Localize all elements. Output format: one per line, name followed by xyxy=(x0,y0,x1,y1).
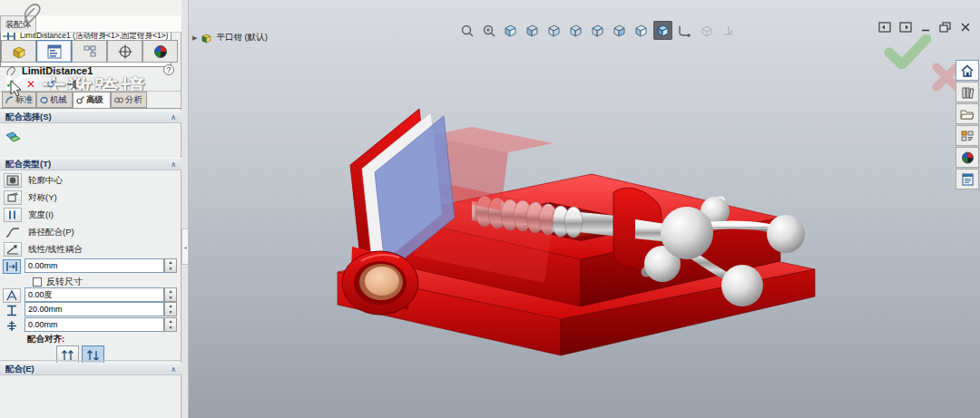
minimum-value-icon xyxy=(3,318,21,333)
view-orientation-left-button[interactable] xyxy=(544,21,564,40)
zoom-to-fit-button[interactable] xyxy=(457,21,476,40)
mate-type-label: 线性/线性耦合 xyxy=(28,244,83,256)
view-cube-icon xyxy=(633,23,649,38)
expand-arrow-icon[interactable]: ▶ xyxy=(192,34,197,42)
restore-button[interactable] xyxy=(939,22,952,33)
undo-button[interactable]: ↺ xyxy=(46,78,55,91)
view-orientation-front-button[interactable] xyxy=(501,21,520,40)
spin-up-icon[interactable]: ▲ xyxy=(169,259,173,266)
tab-property-manager[interactable] xyxy=(36,40,72,63)
max-distance-spinner[interactable]: ▲ ▼ xyxy=(164,302,177,316)
close-button[interactable] xyxy=(960,22,971,33)
mates-header[interactable]: 配合(E) ∧ xyxy=(0,363,181,375)
view-orientation-top-button[interactable] xyxy=(588,21,607,40)
tab-feature-manager[interactable] xyxy=(1,40,36,63)
cancel-button[interactable]: ✕ xyxy=(26,78,35,91)
view-orientation-back-button[interactable] xyxy=(523,21,542,40)
view-orientation-right-button[interactable] xyxy=(566,21,585,40)
spin-up-icon[interactable]: ▲ xyxy=(169,288,173,295)
spin-down-icon[interactable]: ▼ xyxy=(169,309,173,316)
custom-properties-icon xyxy=(961,173,975,186)
mate-type-linear-coupler[interactable]: 线性/线性耦合 xyxy=(4,241,178,258)
task-pane-design-library-tab[interactable] xyxy=(956,82,979,102)
minimize-button[interactable] xyxy=(920,22,931,33)
distance-input[interactable] xyxy=(24,258,164,273)
pin-button[interactable] xyxy=(66,79,79,90)
property-title: LimitDistance1 xyxy=(22,65,93,76)
spin-down-icon[interactable]: ▼ xyxy=(169,325,173,331)
pane-right-button[interactable] xyxy=(899,22,912,33)
property-actions: ✓ ✕ ↺ xyxy=(5,77,176,91)
restore-icon xyxy=(939,22,952,33)
task-pane-appearances-tab[interactable] xyxy=(956,147,979,168)
zoom-to-area-button[interactable] xyxy=(479,21,498,40)
task-pane-view-palette-tab[interactable] xyxy=(956,125,979,146)
spin-up-icon[interactable]: ▲ xyxy=(169,303,173,309)
tab-mechanical-mates[interactable]: 机械 xyxy=(36,92,73,108)
distance-spinner[interactable]: ▲ ▼ xyxy=(164,258,177,273)
flip-dimension-checkbox[interactable] xyxy=(33,277,42,287)
model-canvas[interactable] xyxy=(189,0,980,418)
hidden-tool-icon[interactable] xyxy=(719,21,738,40)
tree-node-label[interactable]: 平口钳 (默认) xyxy=(216,32,267,44)
ghost-axis-icon xyxy=(721,24,736,37)
view-orientation-bottom-button[interactable] xyxy=(610,21,629,40)
mate-selections-header[interactable]: 配合选择(S) ∧ xyxy=(0,111,181,123)
divider xyxy=(0,108,181,109)
flyout-feature-tree[interactable]: ▶ 平口钳 (默认) xyxy=(192,32,268,44)
design-library-icon xyxy=(961,86,975,99)
collapse-icon: ∧ xyxy=(171,160,176,169)
mate-type-width[interactable]: 宽度(I) xyxy=(4,207,178,223)
task-pane-home-tab[interactable] xyxy=(956,60,979,81)
spin-down-icon[interactable]: ▼ xyxy=(169,266,173,272)
configuration-manager-icon xyxy=(82,44,98,59)
graphics-area[interactable]: ▶ 平口钳 (默认) xyxy=(189,0,980,418)
copper-pin[interactable] xyxy=(365,267,399,296)
min-distance-input[interactable] xyxy=(24,317,164,332)
shaded-view-button[interactable] xyxy=(653,21,672,40)
confirm-ok-button[interactable] xyxy=(884,34,931,69)
view-cube-icon xyxy=(524,23,540,38)
limit-angle-icon[interactable] xyxy=(3,288,21,303)
flip-dimension-row[interactable]: 反转尺寸 xyxy=(33,276,178,288)
close-icon xyxy=(960,22,971,33)
mate-type-profile-center[interactable]: 轮廓中心 xyxy=(4,172,178,189)
view-settings-button[interactable] xyxy=(675,21,694,40)
min-distance-row: ▲ ▼ xyxy=(3,317,179,334)
mate-type-path[interactable]: 路径配合(P) xyxy=(4,224,178,240)
selection-faces-icon xyxy=(5,131,22,145)
view-palette-icon xyxy=(960,130,975,142)
splitter-collapse-handle[interactable]: ◂ xyxy=(181,228,189,265)
mate-type-label: 宽度(I) xyxy=(28,209,54,221)
tab-label: 分析 xyxy=(125,94,142,106)
max-distance-input[interactable] xyxy=(24,302,164,316)
view-cube-icon xyxy=(546,23,562,38)
view-cube-icon xyxy=(568,23,583,38)
section-label: 配合类型(T) xyxy=(5,159,171,170)
help-button[interactable]: ? xyxy=(163,64,174,75)
mate-types-header[interactable]: 配合类型(T) ∧ xyxy=(0,158,181,170)
min-distance-spinner[interactable]: ▲ ▼ xyxy=(164,317,177,332)
hidden-tool-icon[interactable] xyxy=(697,21,716,40)
view-orientation-iso-button[interactable] xyxy=(632,21,651,40)
paperclip-icon xyxy=(22,1,42,26)
tab-dimxpert[interactable] xyxy=(107,40,142,63)
anti-aligned-button[interactable] xyxy=(82,345,104,365)
task-pane-file-explorer-tab[interactable] xyxy=(956,103,979,124)
panel-splitter[interactable]: ◂ xyxy=(181,0,189,418)
tab-configuration-manager[interactable] xyxy=(72,40,107,63)
task-pane-custom-properties-tab[interactable] xyxy=(956,169,979,190)
tab-analysis[interactable]: 分析 xyxy=(111,92,147,108)
aligned-button[interactable] xyxy=(56,345,79,365)
mate-type-symmetric[interactable]: 对称(Y) xyxy=(4,190,178,206)
spin-up-icon[interactable]: ▲ xyxy=(169,318,173,325)
view-cube-icon xyxy=(612,23,627,38)
angle-input[interactable] xyxy=(24,287,164,302)
angle-spinner[interactable]: ▲ ▼ xyxy=(164,287,177,302)
panel-drag-handle[interactable]: ··· xyxy=(83,35,98,38)
limit-distance-icon[interactable] xyxy=(3,259,21,274)
spin-down-icon[interactable]: ▼ xyxy=(169,295,173,301)
pane-left-button[interactable] xyxy=(878,22,891,33)
tab-display-manager[interactable] xyxy=(142,40,178,63)
tab-advanced-mates[interactable]: 高级 xyxy=(73,92,111,109)
